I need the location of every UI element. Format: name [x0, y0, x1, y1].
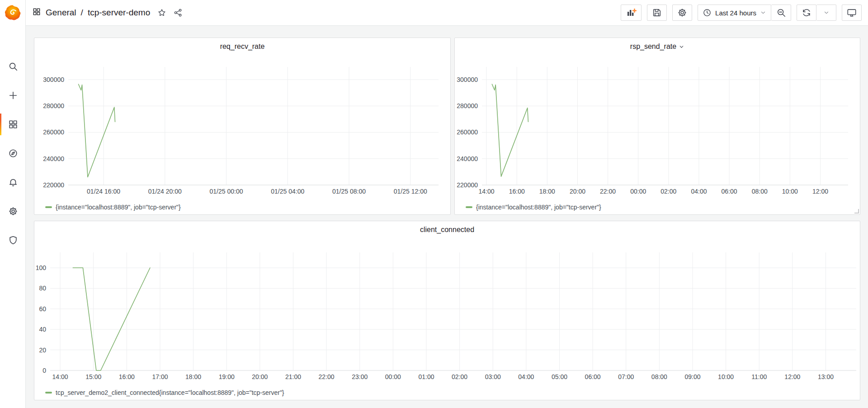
- legend: tcp_server_demo2_client_connected{instan…: [34, 384, 860, 401]
- svg-text:02:00: 02:00: [452, 373, 467, 380]
- panel-menu-caret-icon[interactable]: [679, 44, 684, 50]
- cycle-view-mode-button[interactable]: [842, 5, 862, 21]
- svg-text:20:00: 20:00: [570, 188, 585, 195]
- gear-icon: [8, 206, 18, 216]
- svg-text:0: 0: [42, 367, 46, 374]
- svg-text:04:00: 04:00: [518, 373, 534, 380]
- panel-header[interactable]: rsp_send_rate: [455, 38, 860, 55]
- save-floppy-icon: [652, 8, 662, 18]
- panel-title[interactable]: client_connected: [420, 226, 474, 234]
- svg-text:06:00: 06:00: [722, 188, 737, 195]
- time-range-controls: Last 24 hours: [698, 5, 791, 21]
- apps-grid-icon: [32, 7, 41, 18]
- svg-text:14:00: 14:00: [52, 373, 68, 380]
- zoom-out-time-button[interactable]: [771, 5, 791, 21]
- shield-icon: [8, 235, 18, 245]
- time-range-label: Last 24 hours: [715, 9, 756, 17]
- sidebar-item-explore[interactable]: [0, 139, 26, 168]
- svg-text:240000: 240000: [457, 155, 478, 162]
- add-panel-button[interactable]: [621, 5, 642, 21]
- svg-text:220000: 220000: [43, 181, 64, 189]
- panel-title-text: rsp_send_rate: [630, 43, 676, 51]
- timeseries-chart: 02040608010014:0015:0016:0017:0018:0019:…: [34, 238, 860, 384]
- bar-chart-plus-icon: [626, 7, 637, 18]
- svg-text:18:00: 18:00: [539, 188, 555, 195]
- gear-icon: [677, 8, 687, 18]
- panel-header[interactable]: req_recv_rate: [34, 38, 450, 55]
- svg-text:60: 60: [39, 305, 46, 313]
- plus-icon: [8, 90, 18, 100]
- refresh-interval-picker[interactable]: [816, 5, 836, 21]
- svg-text:20:00: 20:00: [252, 373, 268, 380]
- svg-text:01:00: 01:00: [418, 373, 434, 380]
- breadcrumb: General / tcp-server-demo: [32, 7, 183, 18]
- svg-text:08:00: 08:00: [752, 188, 768, 195]
- legend-series-swatch[interactable]: [45, 392, 52, 394]
- svg-text:21:00: 21:00: [285, 373, 301, 380]
- svg-text:12:00: 12:00: [812, 188, 828, 195]
- panel-title[interactable]: rsp_send_rate: [630, 43, 684, 51]
- sidebar: [0, 0, 26, 408]
- svg-text:16:00: 16:00: [509, 188, 525, 195]
- grafana-logo[interactable]: [0, 0, 26, 26]
- svg-text:260000: 260000: [457, 128, 478, 136]
- legend-series-swatch[interactable]: [466, 206, 472, 208]
- star-icon: [157, 8, 166, 17]
- svg-text:05:00: 05:00: [552, 373, 567, 380]
- svg-text:220000: 220000: [457, 181, 478, 189]
- refresh-dashboard-button[interactable]: [797, 5, 816, 21]
- svg-text:01/25 08:00: 01/25 08:00: [332, 188, 366, 195]
- sidebar-item-configuration[interactable]: [0, 197, 26, 226]
- dashboard-canvas: req_recv_rate 22000024000026000028000030…: [26, 26, 868, 408]
- svg-text:40: 40: [39, 326, 46, 333]
- breadcrumb-dashboard-title[interactable]: tcp-server-demo: [88, 8, 150, 18]
- breadcrumb-folder[interactable]: General: [46, 8, 76, 18]
- panel-req-recv-rate: req_recv_rate 22000024000026000028000030…: [34, 38, 451, 215]
- refresh-controls: [797, 5, 836, 21]
- legend-series-swatch[interactable]: [45, 206, 52, 208]
- svg-text:280000: 280000: [457, 102, 478, 109]
- chevron-down-icon: [760, 9, 766, 16]
- svg-text:15:00: 15:00: [85, 373, 101, 380]
- svg-text:300000: 300000: [457, 76, 478, 83]
- svg-text:01/25 12:00: 01/25 12:00: [394, 188, 427, 195]
- svg-text:240000: 240000: [43, 155, 64, 162]
- panel-resize-handle[interactable]: [854, 209, 859, 213]
- legend-series-label[interactable]: tcp_server_demo2_client_connected{instan…: [56, 389, 284, 396]
- dashboard-settings-button[interactable]: [672, 5, 692, 21]
- refresh-icon: [802, 8, 811, 18]
- timeseries-chart: 22000024000026000028000030000001/24 16:0…: [34, 55, 450, 199]
- dashboard-toolbar: Last 24 hours: [621, 5, 862, 21]
- svg-text:13:00: 13:00: [818, 373, 834, 380]
- share-dashboard-button[interactable]: [174, 8, 183, 17]
- clock-icon: [703, 8, 712, 17]
- legend-series-label[interactable]: {instance="localhost:8889", job="tcp-ser…: [56, 204, 181, 211]
- sidebar-item-dashboards[interactable]: [0, 110, 26, 139]
- svg-text:02:00: 02:00: [660, 188, 676, 195]
- svg-text:19:00: 19:00: [219, 373, 235, 380]
- legend-series-label[interactable]: {instance="localhost:8889", job="tcp-ser…: [476, 204, 601, 211]
- dashboards-grid-icon: [8, 119, 18, 129]
- favorite-star-button[interactable]: [157, 8, 166, 17]
- svg-text:22:00: 22:00: [319, 373, 335, 380]
- panel-title[interactable]: req_recv_rate: [220, 43, 265, 51]
- breadcrumb-separator: /: [81, 8, 83, 18]
- timeseries-chart: 22000024000026000028000030000014:0016:00…: [455, 55, 860, 199]
- svg-text:01/25 00:00: 01/25 00:00: [210, 188, 243, 195]
- svg-text:08:00: 08:00: [651, 373, 667, 380]
- svg-text:260000: 260000: [43, 128, 64, 136]
- panel-header[interactable]: client_connected: [34, 221, 860, 238]
- panel-client-connected: client_connected 02040608010014:0015:001…: [34, 221, 860, 400]
- compass-icon: [8, 148, 18, 158]
- svg-text:16:00: 16:00: [119, 373, 135, 380]
- sidebar-item-server-admin[interactable]: [0, 226, 26, 255]
- sidebar-item-create[interactable]: [0, 81, 26, 110]
- grafana-logo-icon: [5, 5, 22, 22]
- svg-text:10:00: 10:00: [782, 188, 798, 195]
- svg-text:80: 80: [39, 285, 46, 292]
- time-range-picker[interactable]: Last 24 hours: [698, 5, 771, 21]
- svg-text:01/24 16:00: 01/24 16:00: [87, 188, 120, 195]
- sidebar-item-search[interactable]: [0, 52, 26, 81]
- sidebar-item-alerting[interactable]: [0, 168, 26, 197]
- save-dashboard-button[interactable]: [647, 5, 667, 21]
